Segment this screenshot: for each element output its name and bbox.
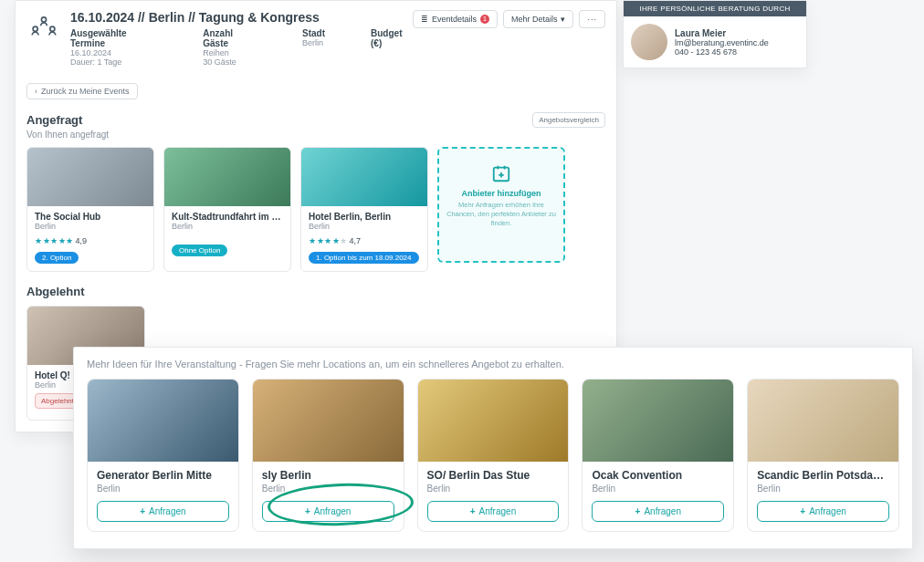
anfragen-label: Anfragen bbox=[149, 506, 186, 516]
venue-stars: ★★★★★ bbox=[309, 236, 348, 245]
option-chip: 1. Option bis zum 18.09.2024 bbox=[309, 252, 419, 264]
meta-budget-label: Budget (€) bbox=[371, 28, 413, 48]
back-to-events-button[interactable]: ‹ Zurück zu Meine Events bbox=[26, 83, 138, 99]
venue-city: Berlin bbox=[427, 484, 560, 494]
venue-name: Ocak Convention bbox=[592, 469, 724, 482]
anfragen-button[interactable]: +Anfragen bbox=[757, 501, 889, 522]
add-provider-title: Anbieter hinzufügen bbox=[446, 189, 556, 198]
anfragen-label: Anfragen bbox=[314, 506, 352, 516]
eventdetails-label: Eventdetails bbox=[432, 15, 477, 24]
meta-gaeste: Anzahl Gäste Reihen 30 Gäste bbox=[203, 28, 257, 67]
venue-thumbnail bbox=[301, 148, 427, 206]
suggestion-card[interactable]: Scandic Berlin Potsdamer … Berlin +Anfra… bbox=[747, 379, 899, 532]
section-angefragt-sub: Von Ihnen angefragt bbox=[16, 130, 616, 147]
venue-name: Generator Berlin Mitte bbox=[97, 469, 229, 482]
conference-icon bbox=[26, 10, 61, 45]
meta-budget: Budget (€) bbox=[371, 28, 413, 67]
meta-termine-date: 16.10.2024 bbox=[70, 48, 157, 57]
suggestion-card[interactable]: Generator Berlin Mitte Berlin +Anfragen bbox=[87, 379, 239, 532]
plus-icon: + bbox=[635, 506, 641, 516]
suggestion-card[interactable]: Ocak Convention Berlin +Anfragen bbox=[582, 379, 734, 532]
anfragen-button[interactable]: +Anfragen bbox=[262, 501, 394, 522]
eventdetails-button[interactable]: ≣ Eventdetails 1 bbox=[413, 10, 498, 28]
section-angefragt-title: Angefragt bbox=[26, 113, 82, 127]
venue-name: The Social Hub bbox=[35, 212, 146, 222]
event-header: 16.10.2024 // Berlin // Tagung & Kongres… bbox=[16, 1, 616, 76]
chevron-left-icon: ‹ bbox=[35, 87, 37, 96]
meta-gaeste-reihen: Reihen bbox=[203, 48, 257, 57]
venue-city: Berlin bbox=[309, 222, 420, 231]
list-icon: ≣ bbox=[421, 15, 428, 24]
venue-city: Berlin bbox=[172, 222, 283, 231]
venue-name: SO/ Berlin Das Stue bbox=[427, 469, 560, 482]
venue-name: Hotel Berlin, Berlin bbox=[309, 212, 420, 222]
meta-gaeste-label: Anzahl Gäste bbox=[203, 28, 257, 48]
requested-card[interactable]: The Social Hub Berlin ★★★★★4,9 2. Option bbox=[26, 147, 154, 272]
venue-city: Berlin bbox=[592, 484, 724, 494]
venue-city: Berlin bbox=[262, 484, 394, 494]
venue-thumbnail bbox=[253, 380, 404, 462]
requested-card[interactable]: Hotel Berlin, Berlin Berlin ★★★★★4,7 1. … bbox=[300, 147, 428, 272]
meta-stadt: Stadt Berlin bbox=[302, 28, 325, 67]
venue-city: Berlin bbox=[757, 484, 889, 494]
svg-point-2 bbox=[50, 26, 55, 31]
contact-email: lm@beratung.eventinc.de bbox=[675, 38, 769, 47]
anfragen-button[interactable]: +Anfragen bbox=[97, 501, 229, 522]
venue-thumbnail bbox=[583, 380, 733, 462]
requested-card[interactable]: Kult-Stadtrundfahrt im V… Berlin Ohne Op… bbox=[163, 147, 291, 272]
suggestion-card[interactable]: SO/ Berlin Das Stue Berlin +Anfragen bbox=[417, 379, 570, 532]
anfragen-label: Anfragen bbox=[644, 506, 681, 516]
venue-thumbnail bbox=[27, 148, 153, 206]
mehr-details-label: Mehr Details bbox=[511, 15, 558, 24]
meta-termine-label: Ausgewählte Termine bbox=[70, 28, 157, 48]
anfragen-button[interactable]: +Anfragen bbox=[592, 501, 724, 522]
venue-thumbnail bbox=[88, 380, 238, 462]
option-chip: 2. Option bbox=[35, 252, 79, 264]
anfragen-button[interactable]: +Anfragen bbox=[427, 501, 560, 522]
add-provider-card[interactable]: Anbieter hinzufügen Mehr Anfragen erhöhe… bbox=[437, 147, 565, 263]
meta-stadt-label: Stadt bbox=[302, 28, 325, 38]
option-chip: Ohne Option bbox=[172, 245, 227, 256]
plus-icon: + bbox=[470, 506, 476, 516]
plus-icon: + bbox=[305, 506, 310, 516]
meta-termine-duration: Dauer: 1 Tage bbox=[70, 57, 157, 67]
mehr-details-button[interactable]: Mehr Details ▾ bbox=[503, 10, 574, 28]
anfragen-label: Anfragen bbox=[809, 506, 846, 516]
svg-point-1 bbox=[33, 26, 37, 31]
eventdetails-badge: 1 bbox=[480, 15, 489, 24]
venue-name: Scandic Berlin Potsdamer … bbox=[757, 469, 889, 482]
venue-name: Kult-Stadtrundfahrt im V… bbox=[172, 212, 283, 222]
contact-name: Laura Meier bbox=[675, 28, 769, 38]
suggestions-panel: Mehr Ideen für Ihre Veranstaltung - Frag… bbox=[73, 347, 913, 549]
angebotsvergleich-button[interactable]: Angebotsvergleich bbox=[532, 112, 605, 128]
suggestions-caption: Mehr Ideen für Ihre Veranstaltung - Frag… bbox=[87, 359, 899, 369]
venue-city: Berlin bbox=[97, 484, 229, 494]
svg-point-0 bbox=[41, 17, 46, 22]
venue-thumbnail bbox=[164, 148, 290, 206]
anfragen-label: Anfragen bbox=[479, 506, 517, 516]
section-abgelehnt-title: Abgelehnt bbox=[26, 285, 85, 298]
venue-rating: 4,7 bbox=[350, 236, 362, 245]
contact-header: IHRE PERSÖNLICHE BERATUNG DURCH bbox=[624, 1, 806, 16]
contact-phone: 040 - 123 45 678 bbox=[675, 47, 769, 57]
venue-thumbnail bbox=[748, 380, 898, 462]
calendar-plus-icon bbox=[491, 163, 511, 183]
avatar bbox=[631, 24, 667, 60]
meta-termine: Ausgewählte Termine 16.10.2024 Dauer: 1 … bbox=[70, 28, 157, 67]
back-label: Zurück zu Meine Events bbox=[41, 87, 130, 96]
more-actions-button[interactable]: ··· bbox=[579, 10, 605, 28]
event-title: 16.10.2024 // Berlin // Tagung & Kongres… bbox=[70, 10, 413, 25]
venue-rating: 4,9 bbox=[76, 236, 88, 245]
meta-stadt-value: Berlin bbox=[302, 38, 325, 47]
suggestion-card[interactable]: sly Berlin Berlin +Anfragen bbox=[252, 379, 404, 532]
add-provider-sub: Mehr Anfragen erhöhen Ihre Chancen, den … bbox=[446, 201, 556, 227]
venue-stars: ★★★★★ bbox=[35, 236, 74, 245]
plus-icon: + bbox=[140, 506, 145, 516]
venue-city: Berlin bbox=[35, 222, 146, 231]
plus-icon: + bbox=[800, 506, 805, 516]
venue-thumbnail bbox=[418, 380, 569, 462]
meta-gaeste-count: 30 Gäste bbox=[203, 57, 257, 67]
chevron-down-icon: ▾ bbox=[561, 15, 565, 24]
venue-name: sly Berlin bbox=[262, 469, 394, 482]
contact-panel: IHRE PERSÖNLICHE BERATUNG DURCH Laura Me… bbox=[623, 0, 807, 68]
